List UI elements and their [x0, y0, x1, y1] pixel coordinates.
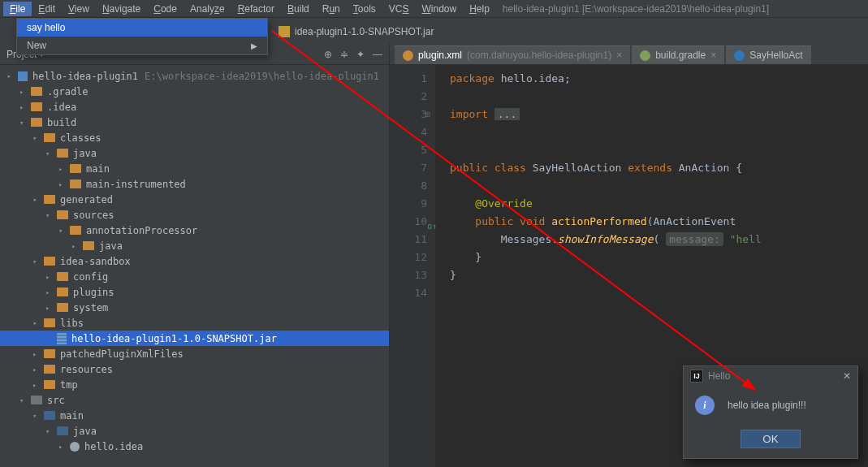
expand-icon[interactable]: ▸	[71, 242, 81, 250]
tree-folder[interactable]: ▾hello-idea-plugin1E:\workspace-idea2019…	[0, 68, 389, 84]
expand-icon[interactable]: ▸	[45, 273, 55, 281]
menu-item-label: say hello	[27, 22, 65, 33]
tree-folder[interactable]: ▸.gradle	[0, 84, 389, 99]
menu-code[interactable]: Code	[147, 2, 184, 16]
menu-item-say-hello[interactable]: say hello	[17, 19, 267, 37]
tab-plugin-xml[interactable]: plugin.xml (com.dahuyou.hello-idea-plugi…	[395, 45, 630, 64]
tree-node-label: hello.idea	[84, 441, 143, 452]
close-icon[interactable]: ×	[710, 50, 716, 61]
project-tree[interactable]: ▾hello-idea-plugin1E:\workspace-idea2019…	[0, 65, 389, 457]
menu-window[interactable]: Window	[415, 2, 463, 16]
gear-icon[interactable]: ✦	[356, 49, 365, 60]
tree-folder[interactable]: ▾libs	[0, 315, 389, 331]
close-icon[interactable]: ×	[616, 50, 622, 61]
jar-icon	[279, 26, 290, 37]
expand-icon[interactable]: ▸	[19, 88, 29, 96]
menu-file[interactable]: File	[3, 2, 32, 16]
ok-button[interactable]: OK	[741, 430, 800, 448]
expand-icon[interactable]: ▸	[45, 288, 55, 296]
expand-icon[interactable]: ▾	[45, 149, 55, 158]
tree-folder[interactable]: ▾main	[0, 408, 389, 423]
source-folder-icon	[57, 426, 68, 435]
minimize-icon[interactable]: —	[373, 49, 382, 60]
menu-refactor[interactable]: Refactor	[231, 2, 281, 16]
folder-icon	[44, 349, 55, 358]
tree-folder[interactable]: ▾build	[0, 115, 389, 130]
tree-folder[interactable]: ▸main-instrumented	[0, 176, 389, 192]
tree-folder[interactable]: ▸tmp	[0, 377, 389, 392]
tab-label: SayHelloAct	[749, 50, 802, 61]
expand-icon[interactable]: ▸	[58, 165, 68, 173]
expand-icon[interactable]: ▾	[32, 196, 42, 204]
tree-folder[interactable]: ▸system	[0, 300, 389, 315]
menu-item-label: New	[27, 40, 46, 51]
breadcrumb-file[interactable]: idea-plugin1-1.0-SNAPSHOT.jar	[295, 26, 434, 37]
tree-node-label: .gradle	[47, 86, 89, 97]
menu-analyze[interactable]: Analyze	[184, 2, 231, 16]
tree-node-label: java	[73, 148, 97, 159]
expand-icon[interactable]: ▾	[32, 412, 42, 420]
menu-navigate[interactable]: Navigate	[96, 2, 147, 16]
expand-icon[interactable]: ▾	[32, 134, 42, 142]
info-icon: i	[695, 396, 715, 415]
folder-icon	[57, 288, 68, 296]
menu-vcs[interactable]: VCS	[382, 2, 416, 16]
gutter: 1 2 3 4 5 7 8 9 10o↑ 11 12 13 14	[390, 65, 435, 467]
tree-folder[interactable]: ▸resources	[0, 361, 389, 377]
tree-folder[interactable]: ▾annotationProcessor	[0, 223, 389, 238]
dialog-titlebar[interactable]: IJ Hello ✕	[684, 366, 857, 386]
tree-folder[interactable]: ▾classes	[0, 130, 389, 145]
menu-tools[interactable]: Tools	[347, 2, 382, 16]
folder-icon	[70, 179, 81, 188]
collapse-icon[interactable]: ≑	[340, 49, 348, 60]
menu-help[interactable]: Help	[463, 2, 496, 16]
expand-icon[interactable]: ▸	[19, 103, 29, 111]
menu-edit[interactable]: Edit	[32, 2, 62, 16]
menu-item-new[interactable]: New ▶	[17, 37, 267, 54]
tree-folder[interactable]: ▾idea-sandbox	[0, 253, 389, 269]
file-menu-dropdown[interactable]: say hello New ▶	[16, 18, 268, 55]
expand-icon[interactable]: ▸	[32, 381, 42, 389]
tree-node-label: build	[47, 117, 76, 128]
expand-icon[interactable]: ▸	[45, 304, 55, 312]
expand-icon[interactable]: ▾	[32, 319, 42, 327]
expand-icon[interactable]: ▸	[32, 350, 42, 358]
menu-view[interactable]: View	[62, 2, 96, 16]
menu-build[interactable]: Build	[281, 2, 316, 16]
expand-icon[interactable]: ▾	[45, 427, 55, 435]
tree-folder[interactable]: ▸.idea	[0, 99, 389, 115]
tree-folder[interactable]: ▸java	[0, 238, 389, 253]
tree-folder[interactable]: ▾java	[0, 423, 389, 439]
fold-icon[interactable]: ⊞	[425, 106, 430, 123]
tree-folder[interactable]: ▾generated	[0, 192, 389, 207]
tree-folder[interactable]: ▸patchedPluginXmlFiles	[0, 346, 389, 361]
target-icon[interactable]: ⊕	[324, 49, 332, 60]
tree-folder[interactable]: ▾java	[0, 145, 389, 161]
expand-icon[interactable]: ▾	[58, 227, 68, 235]
expand-icon[interactable]: ▾	[32, 257, 42, 266]
tree-folder[interactable]: ▸main	[0, 161, 389, 176]
expand-icon[interactable]: ▸	[32, 365, 42, 374]
tree-node-label: idea-sandbox	[60, 256, 131, 267]
tree-folder[interactable]: ▸hello.idea	[0, 439, 389, 454]
tree-node-label: plugins	[73, 287, 114, 298]
tree-folder[interactable]: ▾src	[0, 392, 389, 408]
tab-say-hello-action[interactable]: SayHelloAct	[726, 45, 810, 64]
menu-run[interactable]: Run	[316, 2, 347, 16]
tree-file[interactable]: hello-idea-plugin1-1.0-SNAPSHOT.jar	[0, 331, 389, 346]
expand-icon[interactable]: ▾	[45, 211, 55, 219]
expand-icon[interactable]: ▾	[6, 72, 16, 80]
tab-build-gradle[interactable]: build.gradle ×	[632, 45, 724, 64]
expand-icon[interactable]: ▸	[58, 443, 68, 451]
close-icon[interactable]: ✕	[843, 370, 851, 382]
tree-folder[interactable]: ▾sources	[0, 207, 389, 223]
expand-icon[interactable]: ▾	[19, 396, 29, 404]
expand-icon[interactable]: ▸	[58, 180, 68, 188]
line-number: 2	[390, 88, 427, 106]
tree-folder[interactable]: ▸config	[0, 269, 389, 284]
folder-icon	[44, 318, 55, 327]
tree-folder[interactable]: ▸plugins	[0, 284, 389, 300]
folded-imports[interactable]: ...	[494, 108, 520, 120]
expand-icon[interactable]: ▾	[19, 119, 29, 127]
tree-node-label: config	[73, 271, 108, 283]
